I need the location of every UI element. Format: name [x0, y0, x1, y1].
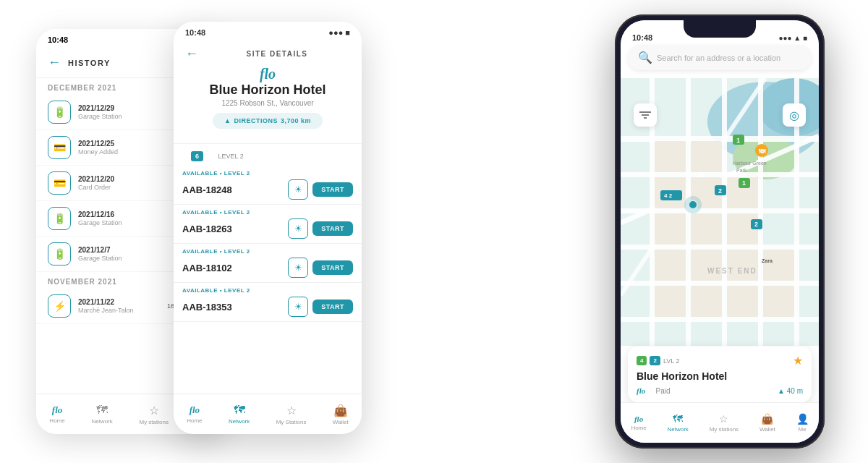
- map-nav-stations[interactable]: ☆ My stations: [710, 413, 739, 433]
- flo-logo-icon: flo: [52, 404, 62, 416]
- nav-home-label: Home: [187, 417, 202, 424]
- svg-rect-28: [727, 250, 758, 281]
- paid-label: Paid: [655, 387, 670, 395]
- level-badge-blue: 2: [650, 356, 660, 365]
- site-status-bar: 10:48 ●●● ■: [174, 22, 362, 43]
- stations-icon: ☆: [149, 404, 159, 417]
- history-info: 2021/12/16 Garage Station: [78, 211, 174, 226]
- lvl-text: LVL 2: [663, 357, 790, 365]
- stations-icon: ☆: [719, 413, 728, 425]
- svg-rect-27: [691, 250, 722, 281]
- network-icon: 🗺: [96, 404, 108, 417]
- start-button[interactable]: START: [312, 221, 353, 236]
- separator: ·: [650, 388, 651, 394]
- svg-rect-24: [691, 213, 722, 245]
- station-item[interactable]: AVAILABLE • LEVEL 2 AAB-18102 ☀ START: [174, 244, 362, 283]
- station-row: AAB-18263 ☀ START: [182, 218, 353, 239]
- station-availability: AVAILABLE • LEVEL 2: [182, 248, 353, 255]
- station-info-btn[interactable]: ☀: [288, 179, 308, 200]
- map-filter-button[interactable]: [634, 103, 657, 127]
- svg-text:Zara: Zara: [762, 258, 773, 263]
- level-badge-green: 4: [637, 356, 647, 365]
- card-icon: 💳: [48, 171, 71, 195]
- map-info-card[interactable]: 4 2 LVL 2 ★ Blue Horizon Hotel flo · Pai…: [628, 347, 812, 402]
- svg-text:🍽: 🍽: [759, 148, 766, 155]
- svg-text:2: 2: [718, 187, 722, 195]
- map-nav-home[interactable]: flo Home: [631, 415, 646, 431]
- site-time: 10:48: [185, 28, 205, 37]
- map-bottom-nav: flo Home 🗺 Network ☆ My stations 👜 Walle…: [621, 402, 819, 443]
- nav-stations-label: My Stations: [276, 419, 307, 425]
- search-icon: 🔍: [638, 51, 652, 64]
- start-button[interactable]: START: [312, 182, 353, 197]
- map-card-top: 4 2 LVL 2 ★: [637, 354, 803, 368]
- station-item[interactable]: AVAILABLE • LEVEL 2 AAB-18263 ☀ START: [174, 205, 362, 244]
- history-info: 2021/12/29 Garage Station: [78, 104, 174, 120]
- scene: 10:48 ●●● ▲ ■ ← HISTORY DECEMBER 2021 🔋 …: [0, 0, 868, 463]
- nav-network[interactable]: 🗺 Network: [229, 404, 250, 425]
- station-item[interactable]: AVAILABLE • LEVEL 2 AAB-18248 ☀ START: [174, 166, 362, 205]
- garage-icon: 🔋: [48, 207, 71, 230]
- site-hotel-name: Blue Horizon Hotel: [185, 82, 350, 98]
- history-back-button[interactable]: ←: [48, 55, 61, 70]
- flo-logo-icon: flo: [634, 415, 643, 423]
- nav-stations[interactable]: ☆ My Stations: [276, 404, 307, 425]
- svg-rect-33: [763, 286, 794, 317]
- nav-home-label: Home: [49, 417, 64, 424]
- nav-stations[interactable]: ☆ My stations: [139, 404, 168, 425]
- station-info-btn[interactable]: ☀: [288, 297, 308, 317]
- site-header-top: ← SITE DETAILS: [185, 46, 350, 61]
- svg-rect-26: [655, 250, 686, 281]
- svg-rect-13: [722, 78, 727, 346]
- nav-network[interactable]: 🗺 Network: [91, 404, 112, 425]
- map-nav-network[interactable]: 🗺 Network: [668, 413, 689, 433]
- site-back-button[interactable]: ←: [185, 46, 198, 61]
- history-date: 2021/12/16: [78, 211, 174, 218]
- site-bottom-nav: flo Home 🗺 Network ☆ My Stations 👜 Walle…: [174, 394, 362, 434]
- station-availability: AVAILABLE • LEVEL 2: [182, 287, 353, 294]
- nav-home[interactable]: flo Home: [187, 404, 202, 424]
- directions-label: DIRECTIONS: [234, 117, 278, 124]
- map-locate-button[interactable]: ◎: [783, 103, 806, 127]
- phone-map-inner: 10:48 ●●● ▲ ■ 🔍 Search for an address or…: [621, 20, 819, 443]
- svg-point-51: [684, 196, 702, 213]
- svg-text:4  2: 4 2: [664, 192, 673, 199]
- start-button[interactable]: START: [312, 260, 353, 275]
- station-availability: AVAILABLE • LEVEL 2: [182, 209, 353, 216]
- nav-home[interactable]: flo Home: [49, 404, 64, 424]
- svg-rect-31: [691, 286, 722, 317]
- station-id: AAB-18353: [182, 302, 284, 313]
- map-time: 10:48: [632, 33, 652, 42]
- history-title: HISTORY: [68, 59, 111, 67]
- directions-distance: 3,700 km: [281, 117, 311, 124]
- svg-rect-18: [655, 141, 686, 172]
- filter-icon: [639, 111, 651, 119]
- phone-notch: [684, 20, 756, 38]
- svg-text:Harbour Green: Harbour Green: [733, 161, 767, 166]
- station-item[interactable]: AVAILABLE • LEVEL 2 AAB-18353 ☀ START: [174, 283, 362, 322]
- map-nav-me[interactable]: 👤 Me: [796, 413, 809, 433]
- station-info-btn[interactable]: ☀: [288, 218, 308, 239]
- level-label: LEVEL 2: [218, 153, 243, 160]
- history-date: 2021/12/7: [78, 246, 174, 254]
- station-row: AAB-18353 ☀ START: [182, 297, 353, 317]
- svg-text:Park: Park: [736, 168, 747, 173]
- station-id: AAB-18102: [182, 263, 284, 273]
- map-search-bar[interactable]: 🔍 Search for an address or a location: [628, 45, 812, 70]
- garage-icon: 🔋: [48, 101, 71, 124]
- history-type: Marché Jean-Talon: [78, 307, 160, 314]
- station-availability: AVAILABLE • LEVEL 2: [182, 170, 353, 177]
- level-count-badge: 6: [191, 151, 203, 161]
- start-button[interactable]: START: [312, 300, 353, 314]
- station-info-btn[interactable]: ☀: [288, 258, 308, 278]
- svg-text:1: 1: [736, 137, 740, 144]
- phone-map-outer: 10:48 ●●● ▲ ■ 🔍 Search for an address or…: [615, 14, 825, 449]
- station-row: AAB-18102 ☀ START: [182, 258, 353, 278]
- favorite-icon[interactable]: ★: [793, 354, 803, 368]
- directions-button[interactable]: ▲ DIRECTIONS 3,700 km: [213, 113, 323, 129]
- flo-brand-logo: flo: [185, 66, 350, 82]
- wallet-icon: 💳: [48, 136, 71, 159]
- map-nav-wallet[interactable]: 👜 Wallet: [760, 413, 775, 433]
- card-bottom: flo · Paid ▲ 40 m: [637, 386, 803, 395]
- nav-wallet[interactable]: 👜 Wallet: [333, 404, 349, 425]
